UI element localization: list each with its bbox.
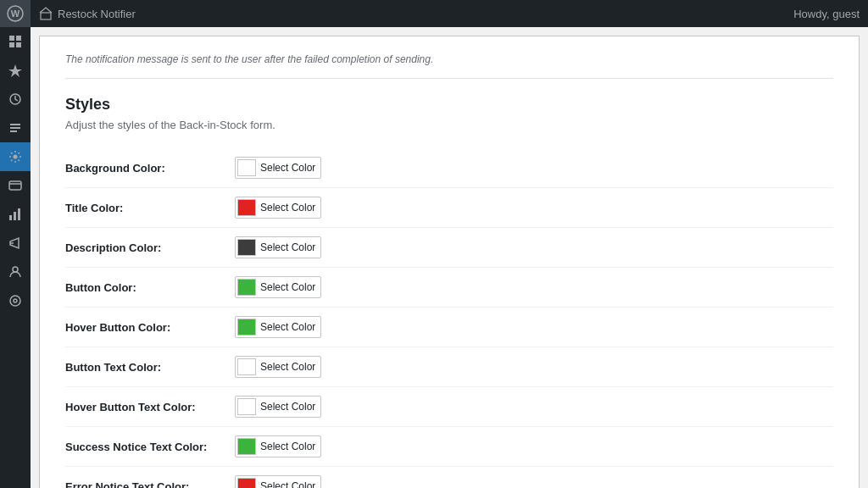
topbar-howdy: Howdy, guest (793, 8, 860, 20)
svg-rect-13 (9, 215, 12, 220)
color-label: Hover Button Color: (65, 321, 235, 334)
color-label: Background Color: (65, 162, 235, 175)
svg-rect-8 (10, 124, 20, 125)
svg-rect-9 (10, 127, 20, 129)
svg-text:W: W (11, 8, 20, 19)
sidebar-item-marketing[interactable] (0, 229, 31, 258)
sidebar-item-jetpack[interactable] (0, 56, 31, 85)
color-row: Error Notice Text Color:Select Color (65, 467, 833, 488)
color-label: Success Notice Text Color: (65, 441, 235, 453)
svg-rect-15 (18, 208, 20, 220)
svg-point-17 (10, 296, 20, 306)
color-label: Error Notice Text Color: (65, 480, 235, 489)
color-swatch (237, 478, 256, 488)
select-color-label: Select Color (260, 202, 315, 214)
select-color-label: Select Color (260, 361, 315, 373)
sidebar: W (0, 0, 31, 488)
sidebar-item-posts[interactable] (0, 114, 31, 142)
color-picker-button[interactable]: Select Color (235, 435, 321, 458)
select-color-label: Select Color (260, 401, 315, 413)
home-icon (39, 7, 53, 20)
svg-marker-6 (8, 64, 22, 77)
color-label: Button Text Color: (65, 361, 235, 374)
color-label: Description Color: (65, 241, 235, 254)
sidebar-item-activity[interactable] (0, 85, 31, 114)
svg-rect-10 (10, 130, 17, 132)
color-row: Description Color:Select Color (65, 228, 833, 268)
sidebar-item-users[interactable] (0, 258, 31, 286)
color-label: Hover Button Text Color: (65, 401, 235, 413)
color-swatch (237, 239, 256, 256)
svg-rect-3 (16, 36, 21, 41)
svg-rect-2 (9, 36, 14, 41)
color-swatch (237, 438, 256, 455)
color-swatch (237, 159, 256, 176)
color-row: Title Color:Select Color (65, 188, 833, 228)
select-color-label: Select Color (260, 480, 315, 488)
svg-rect-19 (41, 13, 51, 19)
color-swatch (237, 358, 256, 375)
color-row: Success Notice Text Color:Select Color (65, 427, 833, 467)
sidebar-item-plugins[interactable] (0, 286, 31, 315)
styles-title: Styles (65, 96, 833, 114)
color-label: Button Color: (65, 281, 235, 294)
select-color-label: Select Color (260, 321, 315, 333)
select-color-label: Select Color (260, 441, 315, 452)
svg-rect-12 (9, 181, 21, 190)
main-content: The notification message is sent to the … (31, 27, 868, 488)
color-row: Background Color:Select Color (65, 148, 833, 188)
color-rows-container: Background Color:Select ColorTitle Color… (65, 148, 833, 488)
content-card: The notification message is sent to the … (39, 36, 860, 488)
color-swatch (237, 199, 256, 216)
select-color-label: Select Color (260, 281, 315, 293)
color-row: Hover Button Text Color:Select Color (65, 387, 833, 427)
svg-point-18 (14, 299, 17, 302)
sidebar-item-settings[interactable] (0, 142, 31, 171)
sidebar-item-dashboard[interactable] (0, 27, 31, 56)
color-row: Hover Button Color:Select Color (65, 308, 833, 347)
notification-message: The notification message is sent to the … (65, 53, 833, 79)
color-swatch (237, 319, 256, 336)
topbar: Restock Notifier Howdy, guest (31, 0, 868, 27)
color-picker-button[interactable]: Select Color (235, 276, 321, 298)
color-picker-button[interactable]: Select Color (235, 236, 321, 258)
color-picker-button[interactable]: Select Color (235, 197, 321, 219)
select-color-label: Select Color (260, 162, 315, 174)
color-picker-button[interactable]: Select Color (235, 475, 321, 488)
wp-logo[interactable]: W (0, 0, 31, 27)
topbar-site-name: Restock Notifier (58, 8, 136, 20)
svg-rect-14 (14, 212, 16, 220)
color-picker-button[interactable]: Select Color (235, 157, 321, 179)
svg-rect-5 (16, 42, 21, 47)
color-label: Title Color: (65, 202, 235, 214)
styles-description: Adjust the styles of the Back-in-Stock f… (65, 119, 833, 131)
color-picker-button[interactable]: Select Color (235, 356, 321, 378)
sidebar-item-analytics[interactable] (0, 200, 31, 229)
styles-section: Styles Adjust the styles of the Back-in-… (65, 96, 833, 488)
color-row: Button Color:Select Color (65, 268, 833, 308)
color-swatch (237, 398, 256, 415)
color-swatch (237, 279, 256, 296)
select-color-label: Select Color (260, 241, 315, 253)
color-picker-button[interactable]: Select Color (235, 396, 321, 418)
sidebar-item-woocommerce[interactable] (0, 171, 31, 200)
svg-point-11 (14, 155, 18, 159)
color-picker-button[interactable]: Select Color (235, 316, 321, 338)
svg-point-16 (13, 267, 18, 272)
svg-rect-4 (9, 42, 14, 47)
color-row: Button Text Color:Select Color (65, 347, 833, 387)
